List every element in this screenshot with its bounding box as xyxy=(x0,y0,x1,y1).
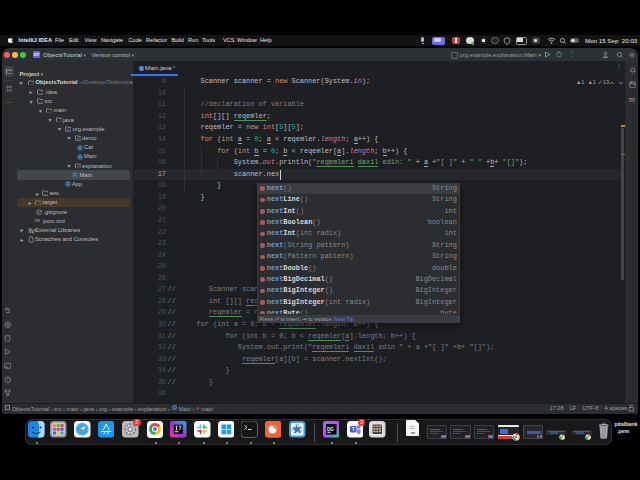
svg-text:DG: DG xyxy=(327,427,334,432)
svg-text:C: C xyxy=(140,66,143,71)
svg-text:T: T xyxy=(352,427,355,432)
